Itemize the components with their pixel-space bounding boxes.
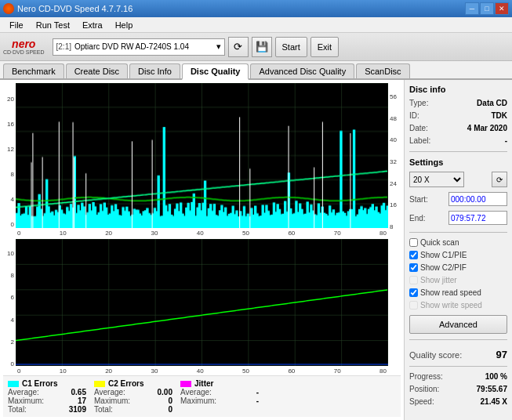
tab-bar: Benchmark Create Disc Disc Info Disc Qua… bbox=[0, 61, 512, 80]
jitter-label: Show jitter bbox=[420, 276, 457, 284]
logo-nero: nero bbox=[12, 38, 35, 49]
legend-jitter: Jitter Average: - Maximum: - bbox=[180, 379, 259, 414]
jitter-label: Jitter bbox=[194, 379, 213, 388]
start-row: Start: bbox=[409, 192, 507, 206]
position-row: Position: 79:55.67 bbox=[409, 385, 507, 393]
quick-scan-label: Quick scan bbox=[420, 238, 459, 247]
save-icon-btn[interactable]: 💾 bbox=[252, 37, 272, 57]
lower-x-axis: 0 10 20 30 40 50 60 70 80 bbox=[16, 366, 388, 375]
c1-label: C1 Errors bbox=[22, 379, 58, 388]
window-controls: ─ □ ✕ bbox=[465, 2, 509, 15]
drive-value: Optiarc DVD RW AD-7240S 1.04 bbox=[74, 42, 189, 51]
c2-total-row: Total: 0 bbox=[94, 405, 172, 414]
menu-bar: File Run Test Extra Help bbox=[0, 17, 512, 33]
c1-max-row: Maximum: 17 bbox=[8, 396, 86, 405]
menu-extra[interactable]: Extra bbox=[76, 19, 109, 31]
tab-disc-quality[interactable]: Disc Quality bbox=[182, 63, 249, 80]
chart-area: 20 16 12 8 4 0 0 10 20 30 40 50 60 70 bbox=[0, 80, 404, 420]
c2-avg-row: Average: 0.00 bbox=[94, 388, 172, 396]
advanced-button[interactable]: Advanced bbox=[409, 315, 507, 334]
settings-title: Settings bbox=[409, 158, 507, 167]
speed-select[interactable]: 20 X 8 X 16 X Max bbox=[409, 172, 464, 187]
legend-c2-title: C2 Errors bbox=[94, 379, 172, 388]
upper-y-axis-left: 20 16 12 8 4 0 bbox=[3, 83, 16, 237]
dropdown-arrow[interactable]: ▾ bbox=[216, 42, 221, 52]
disc-date-row: Date: 4 Mar 2020 bbox=[409, 124, 507, 132]
disc-id-row: ID: TDK bbox=[409, 111, 507, 120]
start-button[interactable]: Start bbox=[275, 37, 307, 57]
read-speed-label: Show read speed bbox=[420, 288, 481, 297]
legend-c2: C2 Errors Average: 0.00 Maximum: 0 Total… bbox=[94, 379, 172, 414]
right-panel: Disc info Type: Data CD ID: TDK Date: 4 … bbox=[404, 80, 512, 420]
read-speed-checkbox[interactable] bbox=[409, 288, 418, 297]
legend-c1-title: C1 Errors bbox=[8, 379, 86, 388]
minimize-button[interactable]: ─ bbox=[465, 2, 479, 15]
menu-file[interactable]: File bbox=[3, 19, 30, 31]
window-title: Nero CD-DVD Speed 4.7.7.16 bbox=[17, 4, 133, 13]
app-icon bbox=[3, 3, 14, 14]
c2pif-label: Show C2/PIF bbox=[420, 263, 467, 272]
c2-color bbox=[94, 381, 105, 387]
legend-jitter-title: Jitter bbox=[180, 379, 259, 388]
jitter-color bbox=[180, 381, 191, 387]
checkbox-read-speed[interactable]: Show read speed bbox=[409, 288, 507, 297]
tab-advanced-disc-quality[interactable]: Advanced Disc Quality bbox=[250, 63, 354, 78]
speed-row: Speed: 21.45 X bbox=[409, 397, 507, 406]
disc-label-row: Label: - bbox=[409, 136, 507, 145]
upper-y-axis-right: 56 48 40 32 24 16 8 bbox=[388, 83, 401, 237]
lower-chart-canvas bbox=[16, 239, 388, 366]
write-speed-label: Show write speed bbox=[420, 301, 482, 310]
c1pie-checkbox[interactable] bbox=[409, 251, 418, 259]
drive-label: [2:1] bbox=[56, 42, 71, 51]
lower-y-axis-right bbox=[388, 239, 401, 375]
menu-runtest[interactable]: Run Test bbox=[30, 19, 76, 31]
tab-benchmark[interactable]: Benchmark bbox=[3, 63, 64, 78]
refresh-settings-btn[interactable]: ⟳ bbox=[492, 172, 507, 187]
end-input[interactable] bbox=[448, 211, 507, 225]
divider3 bbox=[409, 339, 507, 340]
checkbox-jitter[interactable]: Show jitter bbox=[409, 276, 507, 284]
close-button[interactable]: ✕ bbox=[495, 2, 509, 15]
progress-row: Progress: 100 % bbox=[409, 372, 507, 381]
lower-y-axis-left: 10 8 6 4 2 0 bbox=[3, 239, 16, 375]
drive-selector[interactable]: [2:1] Optiarc DVD RW AD-7240S 1.04 ▾ bbox=[53, 38, 225, 56]
disc-type-row: Type: Data CD bbox=[409, 99, 507, 107]
end-row: End: bbox=[409, 211, 507, 225]
checkbox-quick-scan[interactable]: Quick scan bbox=[409, 238, 507, 247]
quick-scan-checkbox[interactable] bbox=[409, 238, 418, 247]
logo-cdspeed: CD·DVD SPEED bbox=[3, 49, 45, 55]
nero-logo: nero CD·DVD SPEED bbox=[3, 38, 45, 55]
refresh-icon-btn[interactable]: ⟳ bbox=[228, 37, 249, 57]
main-content: 20 16 12 8 4 0 0 10 20 30 40 50 60 70 bbox=[0, 80, 512, 420]
divider4 bbox=[409, 366, 507, 367]
upper-x-axis: 0 10 20 30 40 50 60 70 80 bbox=[16, 228, 388, 237]
maximize-button[interactable]: □ bbox=[480, 2, 494, 15]
speed-setting-row: 20 X 8 X 16 X Max ⟳ bbox=[409, 172, 507, 187]
tab-scan-disc[interactable]: ScanDisc bbox=[356, 63, 409, 78]
jitter-max-row: Maximum: - bbox=[180, 396, 259, 405]
upper-chart-canvas bbox=[16, 83, 388, 228]
c2-max-row: Maximum: 0 bbox=[94, 396, 172, 405]
checkbox-c1pie[interactable]: Show C1/PIE bbox=[409, 251, 507, 259]
c1-color bbox=[8, 381, 19, 387]
exit-button[interactable]: Exit bbox=[310, 37, 339, 57]
title-bar: Nero CD-DVD Speed 4.7.7.16 ─ □ ✕ bbox=[0, 0, 512, 17]
checkbox-c2pif[interactable]: Show C2/PIF bbox=[409, 263, 507, 272]
tab-create-disc[interactable]: Create Disc bbox=[66, 63, 128, 78]
toolbar: nero CD·DVD SPEED [2:1] Optiarc DVD RW A… bbox=[0, 33, 512, 61]
c2pif-checkbox[interactable] bbox=[409, 263, 418, 272]
legend-c1: C1 Errors Average: 0.65 Maximum: 17 Tota… bbox=[8, 379, 86, 414]
tab-disc-info[interactable]: Disc Info bbox=[129, 63, 180, 78]
checkbox-write-speed[interactable]: Show write speed bbox=[409, 301, 507, 310]
write-speed-checkbox bbox=[409, 301, 418, 310]
c2-label: C2 Errors bbox=[108, 379, 144, 388]
disc-info-title: Disc info bbox=[409, 85, 507, 94]
menu-help[interactable]: Help bbox=[109, 19, 140, 31]
divider2 bbox=[409, 232, 507, 233]
quality-score-row: Quality score: 97 bbox=[409, 349, 507, 360]
c1-total-row: Total: 3109 bbox=[8, 405, 86, 414]
start-input[interactable] bbox=[448, 192, 507, 206]
legend-area: C1 Errors Average: 0.65 Maximum: 17 Tota… bbox=[3, 375, 401, 417]
c1-avg-row: Average: 0.65 bbox=[8, 388, 86, 396]
divider1 bbox=[409, 151, 507, 152]
